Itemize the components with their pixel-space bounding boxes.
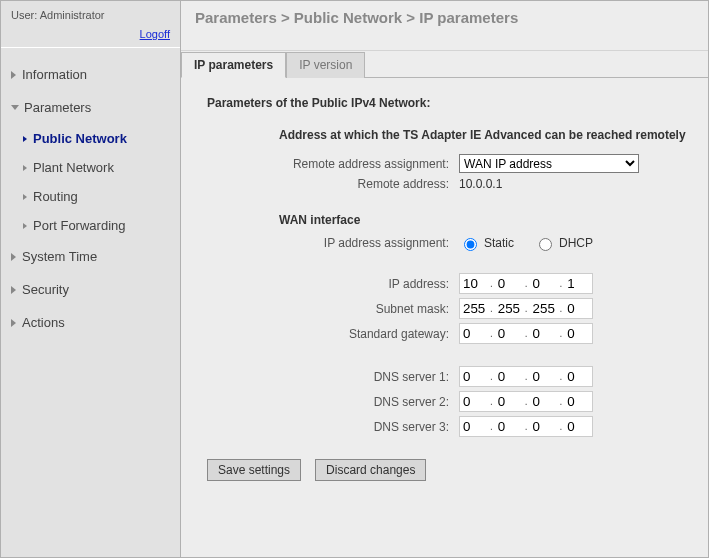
gateway-label: Standard gateway: bbox=[199, 327, 459, 341]
remote-addr-label: Remote address: bbox=[199, 177, 459, 191]
tab-ip-parameters[interactable]: IP parameters bbox=[181, 52, 286, 78]
ip-assign-label: IP address assignment: bbox=[199, 236, 459, 250]
subnet-input[interactable]: . . . bbox=[459, 298, 593, 319]
nav-actions[interactable]: Actions bbox=[5, 306, 180, 339]
ip-octet[interactable] bbox=[565, 300, 591, 317]
ip-address-input[interactable]: . . . bbox=[459, 273, 593, 294]
ip-octet[interactable] bbox=[531, 368, 557, 385]
nav-information[interactable]: Information bbox=[5, 58, 180, 91]
chevron-right-icon bbox=[23, 136, 27, 142]
radio-static-label[interactable]: Static bbox=[459, 235, 514, 251]
ip-octet[interactable] bbox=[461, 368, 487, 385]
remote-assign-select[interactable]: WAN IP address bbox=[459, 154, 639, 173]
remote-assign-label: Remote address assignment: bbox=[199, 157, 459, 171]
radio-static[interactable] bbox=[464, 238, 477, 251]
ip-octet[interactable] bbox=[565, 393, 591, 410]
dns1-label: DNS server 1: bbox=[199, 370, 459, 384]
ip-octet[interactable] bbox=[496, 325, 522, 342]
radio-dhcp-label[interactable]: DHCP bbox=[534, 235, 593, 251]
wan-interface-title: WAN interface bbox=[279, 213, 690, 227]
radio-text: DHCP bbox=[559, 236, 593, 250]
chevron-right-icon bbox=[23, 194, 27, 200]
user-label: User: Administrator bbox=[11, 9, 170, 21]
nav-routing[interactable]: Routing bbox=[5, 182, 180, 211]
nav-label: Port Forwarding bbox=[33, 218, 125, 233]
nav-plant-network[interactable]: Plant Network bbox=[5, 153, 180, 182]
chevron-right-icon bbox=[23, 223, 27, 229]
ip-octet[interactable] bbox=[531, 300, 557, 317]
ip-octet[interactable] bbox=[565, 418, 591, 435]
nav-label: Routing bbox=[33, 189, 78, 204]
ip-octet[interactable] bbox=[496, 393, 522, 410]
breadcrumb: Parameters > Public Network > IP paramet… bbox=[181, 1, 708, 51]
sidebar-nav: Information Parameters Public Network Pl… bbox=[1, 48, 180, 339]
nav-label: Information bbox=[22, 67, 87, 82]
ip-octet[interactable] bbox=[496, 368, 522, 385]
ip-octet[interactable] bbox=[531, 275, 557, 292]
ip-octet[interactable] bbox=[565, 275, 591, 292]
gateway-input[interactable]: . . . bbox=[459, 323, 593, 344]
ip-octet[interactable] bbox=[461, 393, 487, 410]
save-button[interactable]: Save settings bbox=[207, 459, 301, 481]
chevron-right-icon bbox=[11, 71, 16, 79]
nav-port-forwarding[interactable]: Port Forwarding bbox=[5, 211, 180, 240]
discard-button[interactable]: Discard changes bbox=[315, 459, 426, 481]
ip-octet[interactable] bbox=[531, 393, 557, 410]
nav-label: Actions bbox=[22, 315, 65, 330]
dns2-label: DNS server 2: bbox=[199, 395, 459, 409]
dns3-input[interactable]: . . . bbox=[459, 416, 593, 437]
ip-octet[interactable] bbox=[496, 418, 522, 435]
nav-system-time[interactable]: System Time bbox=[5, 240, 180, 273]
chevron-right-icon bbox=[11, 319, 16, 327]
radio-dhcp[interactable] bbox=[539, 238, 552, 251]
logoff-link[interactable]: Logoff bbox=[140, 28, 170, 40]
ip-octet[interactable] bbox=[565, 368, 591, 385]
subnet-label: Subnet mask: bbox=[199, 302, 459, 316]
section-title: Parameters of the Public IPv4 Network: bbox=[207, 96, 690, 110]
chevron-right-icon bbox=[11, 286, 16, 294]
chevron-right-icon bbox=[23, 165, 27, 171]
nav-label: Security bbox=[22, 282, 69, 297]
ip-octet[interactable] bbox=[565, 325, 591, 342]
remote-title: Address at which the TS Adapter IE Advan… bbox=[279, 128, 690, 142]
ip-addr-label: IP address: bbox=[199, 277, 459, 291]
ip-octet[interactable] bbox=[496, 275, 522, 292]
nav-public-network[interactable]: Public Network bbox=[5, 124, 180, 153]
nav-label: System Time bbox=[22, 249, 97, 264]
dns2-input[interactable]: . . . bbox=[459, 391, 593, 412]
ip-octet[interactable] bbox=[461, 275, 487, 292]
ip-octet[interactable] bbox=[461, 418, 487, 435]
chevron-down-icon bbox=[11, 105, 19, 110]
ip-octet[interactable] bbox=[461, 325, 487, 342]
chevron-right-icon bbox=[11, 253, 16, 261]
nav-label: Public Network bbox=[33, 131, 127, 146]
ip-octet[interactable] bbox=[496, 300, 522, 317]
remote-addr-value: 10.0.0.1 bbox=[459, 177, 502, 191]
nav-label: Parameters bbox=[24, 100, 91, 115]
radio-text: Static bbox=[484, 236, 514, 250]
nav-parameters[interactable]: Parameters bbox=[5, 91, 180, 124]
dns1-input[interactable]: . . . bbox=[459, 366, 593, 387]
ip-octet[interactable] bbox=[531, 418, 557, 435]
tab-bar: IP parameters IP version bbox=[181, 51, 708, 78]
ip-octet[interactable] bbox=[531, 325, 557, 342]
ip-octet[interactable] bbox=[461, 300, 487, 317]
tab-ip-version[interactable]: IP version bbox=[286, 52, 365, 78]
nav-security[interactable]: Security bbox=[5, 273, 180, 306]
nav-label: Plant Network bbox=[33, 160, 114, 175]
dns3-label: DNS server 3: bbox=[199, 420, 459, 434]
